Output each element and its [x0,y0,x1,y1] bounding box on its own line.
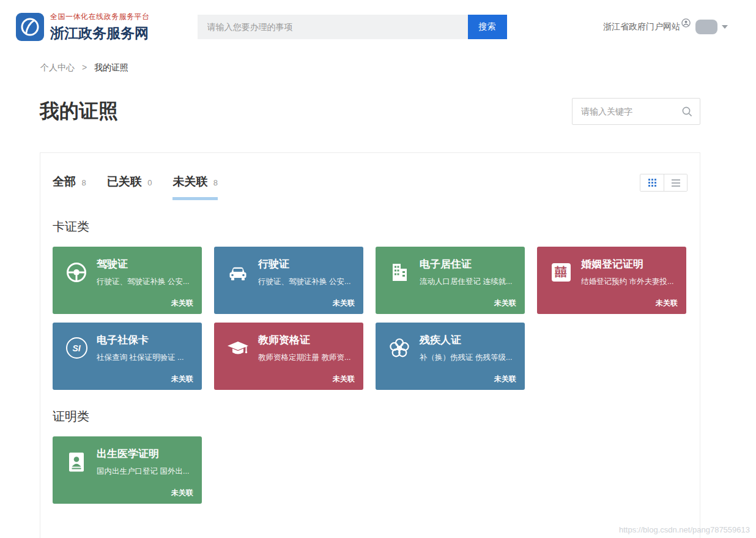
header-right: 浙江省政府门户网站 [603,20,728,34]
tab-count: 0 [147,178,152,187]
card-text: 电子社保卡 社保查询 社保证明验证 ... [97,333,183,363]
tabs-row: 全部 8 已关联 0 未关联 8 [53,174,687,200]
grid-view-button[interactable] [640,174,664,191]
search-input[interactable] [198,15,468,39]
site-logo-brand[interactable]: 全国一体化在线政务服务平台 浙江政务服务网 [16,12,150,43]
tab-label: 已关联 [107,175,142,188]
double-happiness-icon: 囍 [547,258,575,286]
card-grid: 驾驶证 行驶证、驾驶证补换 公安... 未关联 [53,247,687,390]
id-photo-icon [62,448,91,476]
platform-name: 全国一体化在线政务服务平台 [50,12,150,22]
cert-card-vehicle-license[interactable]: 行驶证 行驶证、驾驶证补换 公安... 未关联 [214,247,363,314]
plum-blossom-icon [385,334,413,362]
section-title-proofs: 证明类 [53,408,687,425]
card-title: 电子社保卡 [97,333,183,347]
car-icon [224,258,252,286]
cert-card-disability-certificate[interactable]: 残疾人证 补（换）伤残证 伤残等级... 未关联 [376,323,525,390]
card-title: 电子居住证 [420,257,512,271]
cert-card-residence-permit[interactable]: 电子居住证 流动人口居住登记 连续就... 未关联 [376,247,525,314]
list-icon [672,179,680,187]
card-body: 残疾人证 补（换）伤残证 伤残等级... [385,333,516,363]
card-title: 出生医学证明 [97,447,189,461]
status-badge: 未关联 [656,298,678,308]
watermark: https://blog.csdn.net/pang787559613 [619,525,750,534]
keyword-search-box [572,98,700,125]
card-subtitle: 行驶证、驾驶证补换 公安... [258,277,350,287]
card-body: 行驶证 行驶证、驾驶证补换 公安... [224,257,355,287]
card-subtitle: 国内出生户口登记 国外出... [97,466,189,477]
card-subtitle: 结婚登记预约 市外夫妻投... [581,277,673,287]
card-body: 电子居住证 流动人口居住登记 连续就... [385,257,516,287]
search-icon [681,106,693,118]
card-text: 行驶证 行驶证、驾驶证补换 公安... [258,257,350,287]
card-subtitle: 行驶证、驾驶证补换 公安... [97,277,189,287]
tab-linked[interactable]: 已关联 0 [107,174,152,200]
building-icon [385,258,413,286]
portal-link[interactable]: 浙江省政府门户网站 [603,21,680,32]
section-title-cards: 卡证类 [53,219,687,235]
graduation-cap-icon [224,334,252,362]
social-insurance-glyph: SI [72,343,80,353]
search-button[interactable]: 搜索 [468,15,507,39]
card-text: 出生医学证明 国内出生户口登记 国外出... [97,447,189,477]
card-text: 残疾人证 补（换）伤残证 伤残等级... [420,333,512,363]
status-badge: 未关联 [171,488,193,498]
card-body: 囍 婚姻登记证明 结婚登记预约 市外夫妻投... [547,257,678,287]
card-text: 电子居住证 流动人口居住登记 连续就... [420,257,512,287]
card-title: 婚姻登记证明 [581,257,673,271]
breadcrumb-personal-center[interactable]: 个人中心 [40,62,75,72]
status-badge: 未关联 [171,374,193,384]
top-header: 全国一体化在线政务服务平台 浙江政务服务网 搜索 浙江省政府门户网站 [0,0,756,49]
status-badge: 未关联 [333,298,355,308]
keyword-input[interactable] [573,106,674,116]
breadcrumb-current: 我的证照 [94,62,128,72]
brand-text: 全国一体化在线政务服务平台 浙江政务服务网 [50,12,150,43]
card-text: 教师资格证 教师资格定期注册 教师资... [258,333,350,363]
user-badge-icon[interactable] [681,18,691,28]
card-subtitle: 教师资格定期注册 教师资... [258,353,350,363]
cert-card-social-security[interactable]: SI 电子社保卡 社保查询 社保证明验证 ... 未关联 [53,323,202,390]
status-badge: 未关联 [171,298,193,308]
keyword-search-button[interactable] [674,99,700,124]
card-body: 教师资格证 教师资格定期注册 教师资... [224,333,355,363]
tab-label: 未关联 [172,175,207,188]
view-toggle [640,174,687,192]
double-happiness-glyph: 囍 [555,264,567,280]
person-circle-icon [681,18,691,28]
tab-unlinked[interactable]: 未关联 8 [172,174,218,200]
card-grid: 出生医学证明 国内出生户口登记 国外出... 未关联 [53,436,687,504]
cert-card-teacher-qualification[interactable]: 教师资格证 教师资格定期注册 教师资... 未关联 [214,323,363,390]
breadcrumb-separator: > [82,62,87,72]
chevron-down-icon[interactable] [722,25,728,29]
certificates-panel: 全部 8 已关联 0 未关联 8 [40,152,700,538]
card-title: 行驶证 [258,257,350,271]
card-title: 残疾人证 [420,333,512,347]
card-subtitle: 补（换）伤残证 伤残等级... [420,353,512,363]
cert-card-driving-license[interactable]: 驾驶证 行驶证、驾驶证补换 公安... 未关联 [53,247,202,314]
header-search: 搜索 [198,15,507,39]
page-title: 我的证照 [40,98,118,125]
site-name: 浙江政务服务网 [50,24,150,43]
card-text: 驾驶证 行驶证、驾驶证补换 公安... [97,257,189,287]
list-view-button[interactable] [664,174,687,191]
social-insurance-icon: SI [62,334,91,362]
gov-platform-logo-icon [16,13,44,41]
grid-icon [648,179,656,187]
tab-label: 全部 [53,175,76,188]
status-badge: 未关联 [494,374,516,384]
steering-wheel-icon [62,258,91,286]
card-body: SI 电子社保卡 社保查询 社保证明验证 ... [62,333,193,363]
card-title: 教师资格证 [258,333,350,347]
card-subtitle: 社保查询 社保证明验证 ... [97,353,183,363]
card-subtitle: 流动人口居住登记 连续就... [420,277,512,287]
status-badge: 未关联 [494,298,516,308]
cert-card-birth-certificate[interactable]: 出生医学证明 国内出生户口登记 国外出... 未关联 [53,436,202,504]
avatar[interactable] [695,20,717,34]
tab-count: 8 [213,178,218,187]
title-row: 我的证照 [40,98,700,125]
tab-all[interactable]: 全部 8 [53,174,86,200]
tab-count: 8 [81,178,86,187]
cert-card-marriage-certificate[interactable]: 囍 婚姻登记证明 结婚登记预约 市外夫妻投... 未关联 [537,247,686,314]
card-body: 驾驶证 行驶证、驾驶证补换 公安... [62,257,193,287]
status-badge: 未关联 [333,374,355,384]
